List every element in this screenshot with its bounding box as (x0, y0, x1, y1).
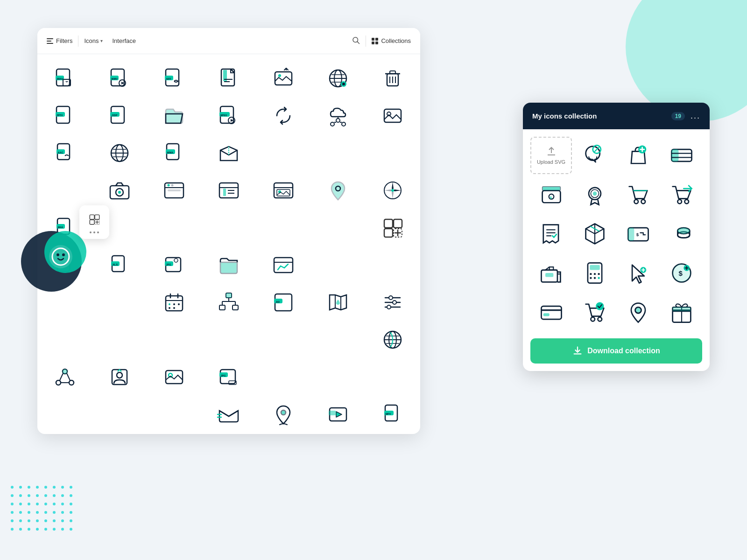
icon-globe-3[interactable] (366, 321, 420, 358)
icon-empty-r7-10[interactable] (311, 433, 366, 434)
icon-globe[interactable] (311, 60, 366, 97)
icon-empty-2[interactable] (311, 134, 366, 172)
icon-empty-r4-9[interactable] (366, 246, 420, 284)
icon-empty-r5-10[interactable] (256, 321, 311, 358)
icon-empty-r7-11[interactable] (366, 433, 420, 434)
icon-flv-file[interactable]: .FLV (147, 433, 201, 434)
icon-empty-r3-3[interactable] (201, 209, 256, 246)
icon-network-nodes[interactable] (37, 358, 92, 396)
icon-sliders[interactable] (366, 284, 420, 321)
icon-empty-r6-6[interactable] (256, 358, 311, 396)
icon-empty-r3-4[interactable] (256, 209, 311, 246)
dot-grid-decoration (9, 484, 74, 532)
icon-camera-2[interactable] (92, 433, 147, 434)
icon-aac-file[interactable]: .AAC (37, 134, 92, 172)
icon-browser[interactable] (147, 172, 201, 209)
panel-icon-receipt[interactable] (530, 215, 572, 252)
icon-trash[interactable] (366, 60, 420, 97)
icon-location-pin[interactable] (311, 172, 366, 209)
icon-psd-file[interactable]: .PSD (37, 433, 92, 434)
icon-folder-open[interactable] (147, 97, 201, 134)
panel-icon-cursor[interactable] (617, 254, 659, 292)
icon-empty-r5-8[interactable] (147, 321, 201, 358)
icon-empty-r4-8[interactable] (311, 246, 366, 284)
icon-jpg-badge[interactable]: .JPG (201, 358, 256, 396)
panel-icon-ticket[interactable] (661, 137, 702, 174)
icon-empty-r6-10[interactable] (92, 396, 147, 433)
icon-calendar[interactable] (147, 284, 201, 321)
icon-aiff-file[interactable]: .AIFF (147, 60, 201, 97)
icon-envelope-open[interactable] (201, 134, 256, 172)
icon-empty-r7-9[interactable] (256, 433, 311, 434)
panel-icon-cart-check[interactable] (574, 294, 615, 331)
icon-globe-2[interactable] (92, 134, 147, 172)
panel-more-button[interactable]: ... (691, 111, 700, 121)
panel-icon-cart[interactable] (617, 176, 659, 213)
icon-empty-r5-9[interactable] (201, 321, 256, 358)
icon-empty-1[interactable] (256, 134, 311, 172)
icon-pptx-file[interactable]: .PPTX (37, 97, 92, 134)
icons-dropdown[interactable]: Icons ▾ (84, 37, 103, 44)
icon-profile[interactable] (92, 358, 147, 396)
icon-cloud-network[interactable] (311, 97, 366, 134)
icon-empty-r5-11[interactable] (311, 321, 366, 358)
icon-odp-file[interactable]: .ODP (92, 97, 147, 134)
filters-button[interactable]: Filters (47, 37, 72, 44)
panel-icon-coins[interactable] (661, 215, 702, 252)
icon-empty-r6-9[interactable] (37, 396, 92, 433)
panel-icon-shipping[interactable] (530, 254, 572, 292)
icon-empty-r5-6[interactable] (37, 321, 92, 358)
svg-point-137 (389, 296, 393, 300)
icon-wma-file[interactable]: .WMA (147, 134, 201, 172)
icon-send-email[interactable] (201, 396, 256, 433)
collections-button[interactable]: Collections (372, 37, 411, 44)
icon-hierarchy[interactable] (201, 284, 256, 321)
icon-browser-image[interactable] (256, 172, 311, 209)
download-collection-button[interactable]: Download collection (530, 338, 702, 364)
add-collection-icon[interactable] (86, 211, 103, 228)
icon-folder[interactable] (201, 246, 256, 284)
panel-icon-credit-card[interactable] (530, 294, 572, 331)
panel-icon-cart-arrow[interactable] (661, 176, 702, 213)
icon-empty-r6-7[interactable] (311, 358, 366, 396)
icon-empty-r7-8[interactable] (201, 433, 256, 434)
search-button[interactable] (352, 36, 360, 46)
panel-icon-calculator[interactable] (574, 254, 615, 292)
icon-wmv-file[interactable]: .WMV (92, 60, 147, 97)
icon-empty-r6-11[interactable] (147, 396, 201, 433)
panel-icon-dollar-circle[interactable]: $ (661, 254, 702, 292)
icon-empty-3[interactable] (366, 134, 420, 172)
icon-empty-r6-8[interactable] (366, 358, 420, 396)
panel-icon-package[interactable] (574, 215, 615, 252)
icon-document[interactable] (201, 60, 256, 97)
icon-empty-r5-7[interactable] (92, 321, 147, 358)
icon-empty-r3-2[interactable] (147, 209, 201, 246)
panel-icon-atm[interactable]: $ (617, 215, 659, 252)
panel-icon-award[interactable] (574, 176, 615, 213)
icon-image-upload[interactable] (256, 60, 311, 97)
icon-refresh[interactable] (256, 97, 311, 134)
icon-mp4-file[interactable]: .MP4 (366, 396, 420, 433)
icon-location-pin-2[interactable] (256, 396, 311, 433)
icon-empty-r4-1[interactable] (311, 209, 366, 246)
panel-icon-gift[interactable] (661, 294, 702, 331)
panel-icon-chat-search[interactable] (574, 137, 615, 174)
panel-icon-location[interactable] (617, 294, 659, 331)
icon-browser-edit[interactable] (201, 172, 256, 209)
icon-play-video[interactable] (311, 396, 366, 433)
icon-star-compass[interactable] (366, 172, 420, 209)
icon-jpg-file[interactable]: .JPG (147, 246, 201, 284)
icon-add-to-collection[interactable] (366, 209, 420, 246)
icon-xd-file[interactable]: .XD (256, 284, 311, 321)
icon-wav-file[interactable]: .WAV (37, 60, 92, 97)
icon-empty-4[interactable] (37, 172, 92, 209)
icon-image-frame[interactable] (147, 358, 201, 396)
icon-camera[interactable] (92, 172, 147, 209)
icon-mpeg-file[interactable]: .MPEG (201, 97, 256, 134)
panel-icon-shopping-bag-add[interactable] (617, 137, 659, 174)
panel-icon-price-display[interactable]: $ (530, 176, 572, 213)
icon-map[interactable] (311, 284, 366, 321)
icon-photo[interactable] (366, 97, 420, 134)
upload-svg-button[interactable]: Upload SVG (530, 137, 572, 174)
icon-chart-window[interactable] (256, 246, 311, 284)
